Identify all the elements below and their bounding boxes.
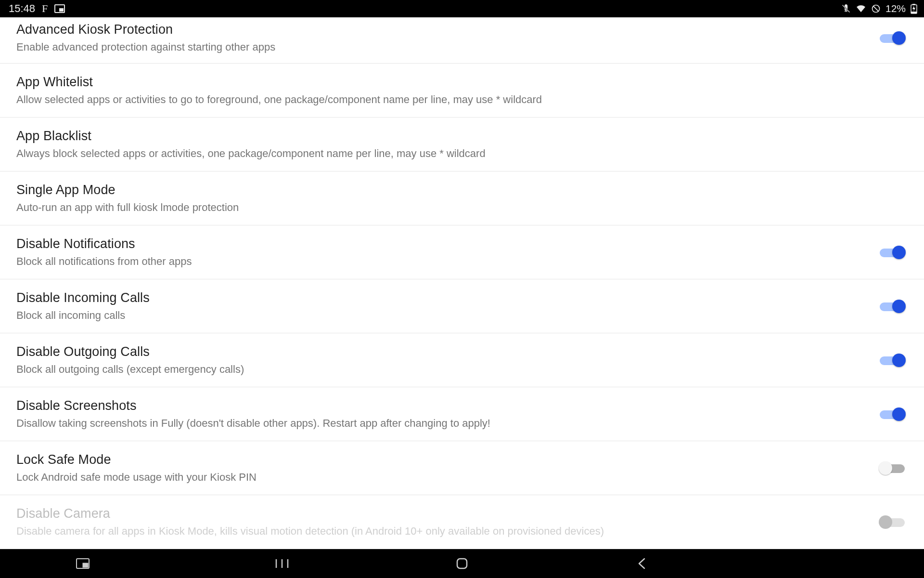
- picture-in-picture-icon: [54, 4, 65, 13]
- wifi-icon: [856, 4, 866, 13]
- nav-home-button[interactable]: [451, 553, 473, 574]
- setting-title: Disable Incoming Calls: [16, 289, 865, 307]
- status-bar: 15:48 F 12%: [0, 0, 924, 17]
- nav-pip-button[interactable]: [72, 553, 93, 574]
- status-bar-left: 15:48 F: [9, 2, 65, 15]
- svg-rect-8: [911, 12, 917, 13]
- setting-subtitle: Auto-run an app with full kiosk lmode pr…: [16, 200, 908, 215]
- setting-text: Lock Safe ModeLock Android safe mode usa…: [16, 451, 865, 485]
- do-not-disturb-icon: [871, 4, 881, 13]
- svg-rect-7: [912, 4, 915, 5]
- setting-subtitle: Enable advanced protection against start…: [16, 40, 865, 55]
- battery-charging-icon: [911, 3, 917, 14]
- setting-subtitle: Disable camera for all apps in Kiosk Mod…: [16, 524, 865, 539]
- svg-rect-14: [457, 559, 467, 568]
- setting-switch-wrap: [865, 31, 908, 45]
- setting-text: Disable NotificationsBlock all notificat…: [16, 235, 865, 269]
- setting-subtitle: Block all outgoing calls (except emergen…: [16, 362, 865, 377]
- switch-disable-screenshots[interactable]: [880, 407, 905, 421]
- setting-row-disable-camera: Disable CameraDisable camera for all app…: [0, 495, 924, 549]
- setting-subtitle: Disallow taking screenshots in Fully (do…: [16, 416, 865, 431]
- switch-disable-camera: [880, 515, 905, 529]
- setting-switch-wrap: [865, 407, 908, 421]
- setting-subtitle: Allow selected apps or activities to go …: [16, 92, 908, 107]
- setting-text: Disable Incoming CallsBlock all incoming…: [16, 289, 865, 323]
- setting-text: Single App ModeAuto-run an app with full…: [16, 181, 908, 215]
- svg-rect-1: [59, 8, 64, 12]
- setting-row-disable-incoming-calls[interactable]: Disable Incoming CallsBlock all incoming…: [0, 279, 924, 333]
- status-bar-right: 12%: [841, 3, 917, 14]
- setting-title: Disable Outgoing Calls: [16, 343, 865, 361]
- navigation-bar: [0, 549, 924, 578]
- setting-subtitle: Lock Android safe mode usage with your K…: [16, 470, 865, 485]
- setting-switch-wrap: [865, 299, 908, 314]
- setting-row-disable-screenshots[interactable]: Disable ScreenshotsDisallow taking scree…: [0, 387, 924, 441]
- setting-row-single-app-mode[interactable]: Single App ModeAuto-run an app with full…: [0, 171, 924, 225]
- setting-row-advanced-kiosk-protection[interactable]: Advanced Kiosk ProtectionEnable advanced…: [0, 17, 924, 64]
- mute-icon: [841, 4, 851, 13]
- svg-rect-10: [83, 563, 88, 567]
- setting-row-disable-outgoing-calls[interactable]: Disable Outgoing CallsBlock all outgoing…: [0, 333, 924, 387]
- nav-back-button[interactable]: [631, 553, 653, 574]
- setting-subtitle: Block all notifications from other apps: [16, 254, 865, 269]
- setting-switch-wrap: [865, 515, 908, 529]
- status-battery-text: 12%: [886, 3, 906, 14]
- setting-subtitle: Block all incoming calls: [16, 308, 865, 323]
- setting-text: Disable ScreenshotsDisallow taking scree…: [16, 397, 865, 431]
- setting-title: Single App Mode: [16, 181, 908, 199]
- settings-list[interactable]: Advanced Kiosk ProtectionEnable advanced…: [0, 17, 924, 549]
- setting-row-disable-notifications[interactable]: Disable NotificationsBlock all notificat…: [0, 225, 924, 279]
- setting-title: Lock Safe Mode: [16, 451, 865, 469]
- setting-row-lock-safe-mode[interactable]: Lock Safe ModeLock Android safe mode usa…: [0, 441, 924, 495]
- setting-title: App Whitelist: [16, 73, 908, 92]
- setting-title: Disable Notifications: [16, 235, 865, 253]
- setting-title: Disable Camera: [16, 505, 865, 523]
- setting-row-app-whitelist[interactable]: App WhitelistAllow selected apps or acti…: [0, 64, 924, 118]
- switch-disable-outgoing-calls[interactable]: [880, 353, 905, 368]
- setting-title: Disable Screenshots: [16, 397, 865, 415]
- setting-text: Disable Outgoing CallsBlock all outgoing…: [16, 343, 865, 377]
- setting-text: App BlacklistAlways block selected apps …: [16, 127, 908, 161]
- switch-disable-notifications[interactable]: [880, 245, 905, 260]
- setting-text: App WhitelistAllow selected apps or acti…: [16, 73, 908, 107]
- switch-lock-safe-mode[interactable]: [880, 461, 905, 475]
- setting-title: Advanced Kiosk Protection: [16, 21, 865, 39]
- setting-text: Advanced Kiosk ProtectionEnable advanced…: [16, 21, 865, 55]
- setting-row-app-blacklist[interactable]: App BlacklistAlways block selected apps …: [0, 118, 924, 171]
- setting-subtitle: Always block selected apps or activities…: [16, 146, 908, 161]
- setting-title: App Blacklist: [16, 127, 908, 145]
- svg-line-5: [873, 6, 879, 12]
- setting-switch-wrap: [865, 461, 908, 475]
- nav-recents-button[interactable]: [271, 553, 293, 574]
- switch-disable-incoming-calls[interactable]: [880, 299, 905, 314]
- switch-advanced-kiosk-protection[interactable]: [880, 31, 905, 45]
- setting-switch-wrap: [865, 245, 908, 260]
- status-app-letter: F: [42, 2, 48, 15]
- setting-switch-wrap: [865, 353, 908, 368]
- setting-text: Disable CameraDisable camera for all app…: [16, 505, 865, 539]
- status-clock: 15:48: [9, 2, 35, 15]
